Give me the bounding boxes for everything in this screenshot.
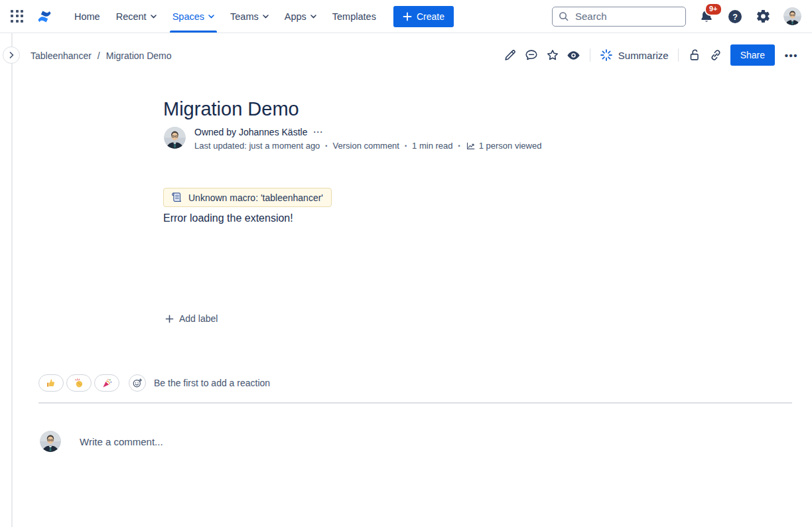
summarize-button[interactable]: Summarize xyxy=(596,48,673,62)
last-updated-text[interactable]: Last updated: just a moment ago xyxy=(194,141,320,151)
app-switcher-icon[interactable] xyxy=(11,10,24,23)
help-button[interactable]: ? xyxy=(727,9,743,25)
reaction-party-popper-button[interactable] xyxy=(94,374,119,392)
create-button[interactable]: Create xyxy=(393,6,454,27)
reaction-thumbs-up-button[interactable] xyxy=(38,374,64,392)
divider xyxy=(678,48,679,62)
confluence-logo[interactable] xyxy=(36,8,53,25)
svg-text:?: ? xyxy=(732,12,738,21)
unlock-icon xyxy=(687,48,702,62)
owner-avatar[interactable] xyxy=(164,127,186,149)
nav-item-home[interactable]: Home xyxy=(66,0,108,33)
comments-divider xyxy=(38,402,792,404)
nav-item-recent[interactable]: Recent xyxy=(108,0,165,33)
primary-nav: Home Recent Spaces Teams Apps Templates xyxy=(66,0,384,33)
sidebar-divider xyxy=(11,33,13,527)
more-actions-button[interactable]: ••• xyxy=(780,50,803,61)
pencil-icon xyxy=(503,48,517,62)
restrictions-button[interactable] xyxy=(684,44,705,66)
nav-item-label: Home xyxy=(74,11,100,22)
notification-badge: 9+ xyxy=(705,3,722,16)
sidebar-expand-button[interactable] xyxy=(3,46,20,64)
user-avatar xyxy=(783,7,801,25)
dot-separator: • xyxy=(405,143,407,149)
page-action-bar: Summarize Share ••• xyxy=(500,44,803,66)
read-time-text: 1 min read xyxy=(412,141,452,151)
star-icon xyxy=(545,48,560,62)
page-title: Migration Demo xyxy=(163,98,299,120)
version-comment-link[interactable]: Version comment xyxy=(333,141,399,151)
add-label-text: Add label xyxy=(179,313,218,324)
plus-icon xyxy=(403,12,412,21)
dot-separator: • xyxy=(458,143,460,149)
top-navigation: Home Recent Spaces Teams Apps Templates … xyxy=(0,0,812,33)
add-label-button[interactable]: Add label xyxy=(165,313,218,324)
help-icon: ? xyxy=(727,9,743,25)
search-box[interactable] xyxy=(552,7,686,27)
reaction-clap-button[interactable] xyxy=(66,374,92,392)
chevron-right-icon xyxy=(9,52,14,58)
nav-item-label: Templates xyxy=(332,11,376,22)
divider xyxy=(590,48,590,62)
comment-placeholder[interactable]: Write a comment... xyxy=(80,436,163,447)
profile-button[interactable] xyxy=(783,7,801,25)
thumbs-up-emoji xyxy=(46,378,56,388)
search-icon xyxy=(559,11,569,21)
copy-link-button[interactable] xyxy=(705,44,726,66)
nav-item-templates[interactable]: Templates xyxy=(324,0,384,33)
settings-button[interactable] xyxy=(756,9,771,24)
add-reaction-button[interactable] xyxy=(129,374,146,392)
clap-emoji xyxy=(74,378,84,388)
notifications-button[interactable]: 9+ xyxy=(699,9,714,25)
watch-button[interactable] xyxy=(563,44,584,66)
comment-bubble-icon xyxy=(524,48,539,62)
chevron-down-icon xyxy=(263,15,269,19)
byline: Owned by Johannes Kästle ··· Last update… xyxy=(164,127,541,151)
gear-icon xyxy=(756,9,771,24)
search-input[interactable] xyxy=(574,10,679,23)
nav-item-label: Spaces xyxy=(172,11,204,22)
create-button-label: Create xyxy=(417,11,444,22)
link-icon xyxy=(709,48,723,62)
analytics-viewers-link[interactable]: 1 person viewed xyxy=(466,141,542,151)
owned-by-text[interactable]: Owned by Johannes Kästle xyxy=(194,127,307,137)
add-reaction-smiley-icon xyxy=(132,378,143,388)
macro-scroll-icon xyxy=(170,191,182,204)
eye-icon xyxy=(566,48,581,63)
breadcrumb-separator: / xyxy=(98,50,100,61)
macro-message: Unknown macro: 'tableenhancer' xyxy=(188,192,323,203)
chevron-down-icon xyxy=(208,15,214,19)
viewers-label: 1 person viewed xyxy=(479,141,542,151)
star-button[interactable] xyxy=(542,44,563,66)
nav-item-spaces[interactable]: Spaces xyxy=(165,0,222,33)
nav-item-teams[interactable]: Teams xyxy=(222,0,277,33)
comments-button[interactable] xyxy=(521,44,542,66)
nav-item-label: Recent xyxy=(116,11,147,22)
breadcrumb-space-link[interactable]: Tableenhancer xyxy=(31,50,92,61)
chevron-down-icon xyxy=(310,15,316,19)
plus-icon xyxy=(165,315,174,323)
party-popper-emoji xyxy=(102,378,112,388)
nav-item-label: Apps xyxy=(285,11,306,22)
summarize-label: Summarize xyxy=(618,50,669,61)
breadcrumb-page-link[interactable]: Migration Demo xyxy=(106,50,172,61)
unknown-macro-chip[interactable]: Unknown macro: 'tableenhancer' xyxy=(163,188,332,207)
ai-sparkle-icon xyxy=(600,48,613,62)
edit-button[interactable] xyxy=(500,44,521,66)
chevron-down-icon xyxy=(151,15,157,19)
extension-error-text: Error loading the extension! xyxy=(163,212,293,224)
commenter-avatar xyxy=(40,431,61,452)
comment-input-row[interactable]: Write a comment... xyxy=(40,431,163,452)
share-button[interactable]: Share xyxy=(730,44,775,66)
breadcrumb: Tableenhancer / Migration Demo xyxy=(31,50,172,61)
nav-item-label: Teams xyxy=(230,11,259,22)
reaction-prompt-text: Be the first to add a reaction xyxy=(154,378,270,388)
dot-separator: • xyxy=(325,143,327,149)
analytics-icon xyxy=(466,141,476,151)
nav-item-apps[interactable]: Apps xyxy=(277,0,324,33)
owner-more-button[interactable]: ··· xyxy=(313,127,323,137)
reactions-bar: Be the first to add a reaction xyxy=(38,374,270,392)
